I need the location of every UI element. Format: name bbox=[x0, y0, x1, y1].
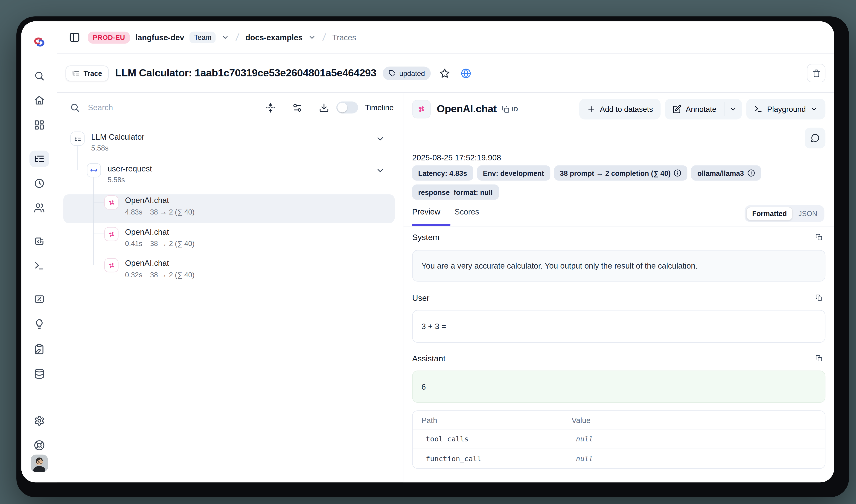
list-tree-icon bbox=[34, 153, 44, 164]
tree-item-label: user-request bbox=[108, 164, 152, 173]
annotate-split-button: Annotate bbox=[665, 99, 742, 120]
json-option[interactable]: JSON bbox=[793, 208, 823, 220]
sidebar-item-tracing[interactable] bbox=[29, 150, 49, 167]
arrows-horizontal-icon bbox=[90, 166, 97, 174]
tree-item-label: OpenAI.chat bbox=[125, 228, 169, 236]
playground-terminal-icon[interactable] bbox=[34, 260, 44, 271]
prompts-file-code-icon[interactable] bbox=[34, 236, 44, 247]
add-to-datasets-label: Add to datasets bbox=[600, 105, 653, 113]
tree-row-span[interactable]: user-request 5.58s bbox=[57, 163, 403, 188]
user-message-text: 3 + 3 = bbox=[422, 322, 446, 331]
page-title: LLM Calculator: 1aab1c70319ce53e2604801a… bbox=[115, 67, 376, 79]
settings-gear-icon[interactable] bbox=[34, 415, 44, 426]
generation-chip bbox=[104, 195, 119, 210]
tree-toolbar-icons bbox=[265, 103, 329, 113]
sessions-clock-icon[interactable] bbox=[34, 178, 44, 189]
search-input[interactable] bbox=[87, 103, 258, 112]
active-tab-indicator bbox=[412, 224, 450, 226]
support-life-buoy-icon[interactable] bbox=[34, 440, 44, 451]
dashboard-icon[interactable] bbox=[34, 120, 44, 130]
observation-header: OpenAI.chat ID Add to datasets bbox=[412, 98, 825, 120]
users-icon[interactable] bbox=[34, 202, 44, 213]
openai-icon bbox=[107, 261, 115, 269]
lightbulb-icon[interactable] bbox=[34, 319, 44, 329]
evaluation-percent-icon[interactable] bbox=[34, 294, 44, 304]
add-to-datasets-button[interactable]: Add to datasets bbox=[579, 99, 661, 120]
tree-item-metrics: 5.58s bbox=[91, 144, 108, 152]
download-icon[interactable] bbox=[319, 103, 329, 113]
assistant-message-box: 6 bbox=[412, 371, 825, 403]
tree-item-label: OpenAI.chat bbox=[125, 259, 169, 267]
tab-scores[interactable]: Scores bbox=[454, 208, 479, 216]
panel-left-icon bbox=[69, 32, 81, 43]
annotate-dropdown-button[interactable] bbox=[725, 99, 742, 120]
chevron-down-icon[interactable] bbox=[221, 33, 230, 42]
object-type-chip: Trace bbox=[66, 65, 109, 81]
model-badge[interactable]: ollama/llama3 bbox=[691, 165, 761, 180]
chevron-down-icon[interactable] bbox=[308, 33, 316, 42]
home-icon[interactable] bbox=[34, 95, 44, 106]
tree-row-trace[interactable]: LLM Calculator 5.58s bbox=[57, 131, 403, 157]
openai-icon bbox=[107, 198, 115, 207]
plus-circle-icon bbox=[747, 169, 755, 177]
trace-chip bbox=[70, 131, 85, 146]
main-split: Timeline LLM bbox=[57, 93, 834, 482]
copy-icon bbox=[816, 354, 822, 362]
search-icon[interactable] bbox=[34, 70, 44, 81]
tree-row-generation-selected[interactable]: OpenAI.chat 4.83s38 → 2 (∑ 40) bbox=[57, 194, 403, 223]
observation-actions: Add to datasets Annotate bbox=[579, 99, 825, 120]
project-name[interactable]: docs-examples bbox=[246, 33, 303, 42]
tree-row-generation[interactable]: OpenAI.chat 0.32s38 → 2 (∑ 40) bbox=[57, 257, 403, 286]
token-usage: 38 → 2 (∑ 40) bbox=[150, 239, 195, 248]
sidebar-toggle-button[interactable] bbox=[67, 30, 83, 45]
tab-preview[interactable]: Preview bbox=[412, 208, 440, 216]
screen: PROD-EU langfuse-dev Team / docs-example… bbox=[0, 0, 856, 504]
annotate-button[interactable]: Annotate bbox=[665, 99, 724, 120]
chevron-down-icon bbox=[729, 105, 737, 113]
icon-rail bbox=[21, 21, 57, 482]
chevron-down-icon[interactable] bbox=[375, 166, 385, 175]
delete-trace-button[interactable] bbox=[807, 64, 826, 83]
breadcrumb-section[interactable]: Traces bbox=[332, 33, 356, 42]
tag-chip[interactable]: updated bbox=[383, 66, 431, 80]
env-badge[interactable]: PROD-EU bbox=[88, 31, 130, 43]
bookmark-star-button[interactable] bbox=[438, 66, 452, 80]
token-usage-badge[interactable]: 38 prompt → 2 completion (∑ 40) bbox=[554, 165, 688, 180]
latency-badge: Latency: 4.83s bbox=[412, 165, 473, 180]
observation-timestamp: 2025-08-25 17:52:19.908 bbox=[412, 153, 501, 162]
avatar[interactable] bbox=[30, 454, 48, 472]
collapse-all-icon[interactable] bbox=[265, 103, 275, 113]
copy-system-button[interactable] bbox=[812, 230, 825, 244]
generation-chip bbox=[104, 258, 119, 272]
comments-button[interactable] bbox=[805, 128, 825, 148]
copy-id-button[interactable]: ID bbox=[501, 105, 518, 113]
value-cell: null bbox=[576, 454, 593, 463]
tree-item-metrics: 4.83s38 → 2 (∑ 40) bbox=[125, 208, 195, 216]
duration: 0.32s bbox=[125, 271, 142, 279]
tree-item-label: OpenAI.chat bbox=[125, 196, 169, 204]
datasets-database-icon[interactable] bbox=[34, 368, 44, 379]
trace-tree-panel: Timeline LLM bbox=[57, 93, 404, 482]
tree-row-generation[interactable]: OpenAI.chat 0.41s38 → 2 (∑ 40) bbox=[57, 226, 403, 255]
tabs-divider bbox=[403, 226, 834, 227]
object-type-label: Trace bbox=[84, 69, 102, 77]
formatted-option[interactable]: Formatted bbox=[746, 207, 793, 220]
trace-title-bar: Trace LLM Calculator: 1aab1c70319ce53e26… bbox=[57, 54, 834, 93]
org-name[interactable]: langfuse-dev bbox=[136, 33, 184, 42]
tag-label: updated bbox=[399, 69, 425, 77]
table-row: function_call null bbox=[413, 449, 825, 468]
duration: 5.58s bbox=[91, 144, 108, 152]
token-usage: 38 → 2 (∑ 40) bbox=[150, 208, 195, 216]
copy-user-button[interactable] bbox=[812, 291, 825, 304]
system-message-box: You are a very accurate calculator. You … bbox=[412, 250, 825, 282]
playground-button[interactable]: Playground bbox=[746, 99, 825, 120]
chevron-down-icon bbox=[810, 105, 818, 113]
copy-assistant-button[interactable] bbox=[812, 352, 825, 364]
id-label: ID bbox=[511, 105, 518, 113]
public-share-button[interactable] bbox=[459, 66, 474, 80]
section-label-assistant: Assistant bbox=[412, 354, 445, 363]
timeline-toggle[interactable] bbox=[336, 102, 358, 113]
tree-settings-icon[interactable] bbox=[292, 103, 302, 113]
annotation-clipboard-pen-icon[interactable] bbox=[34, 344, 44, 355]
chevron-down-icon[interactable] bbox=[375, 134, 385, 143]
